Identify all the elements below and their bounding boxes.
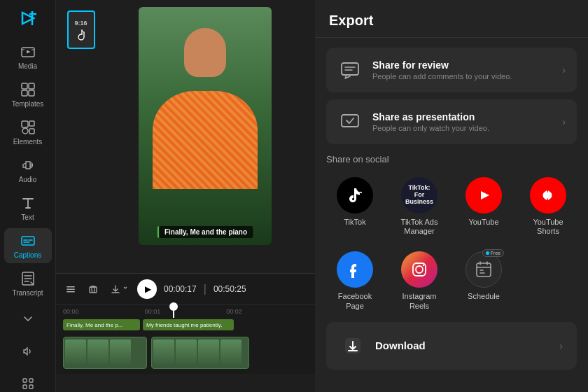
- tiktok-ads-text: TikTok:For Business: [401, 185, 438, 206]
- playhead-dot: [169, 302, 178, 311]
- share-review-title: Share for review: [372, 59, 552, 71]
- main-area: 9:16 Finally, Me and the piano: [56, 0, 315, 392]
- download-button[interactable]: Download ›: [326, 322, 577, 370]
- svg-rect-5: [22, 90, 27, 96]
- sidebar-item-media[interactable]: Media: [4, 39, 52, 74]
- svg-rect-14: [29, 379, 33, 382]
- video-clip-2[interactable]: [151, 337, 249, 369]
- timeline-menu-button[interactable]: [63, 281, 78, 297]
- youtube-icon: [465, 177, 502, 214]
- sidebar-item-captions[interactable]: Captions: [4, 228, 52, 263]
- social-youtube-label: YouTube: [468, 218, 498, 227]
- sidebar-item-label: Audio: [19, 176, 37, 183]
- ruler-marks: 00:00 00:01 00:02: [63, 308, 308, 315]
- svg-rect-4: [29, 83, 34, 89]
- social-schedule-label: Schedule: [468, 292, 500, 301]
- yt-shorts-icon: [530, 177, 566, 214]
- export-panel: Export Share for review People can add c…: [315, 0, 588, 392]
- caption-clip-2-label: My friends taught me patiently.: [146, 322, 222, 328]
- total-duration: 00:50:25: [214, 284, 246, 294]
- social-grid: TikTok TikTok:For Business TikTok AdsMan…: [326, 173, 577, 315]
- aspect-ratio-916[interactable]: 9:16: [67, 10, 95, 49]
- sidebar-item-elements[interactable]: Elements: [4, 115, 52, 150]
- sidebar-item-chevron-down[interactable]: [4, 307, 52, 332]
- free-badge-text: Free: [491, 251, 500, 255]
- sidebar: Media Templates Elements: [0, 0, 56, 392]
- tiktok-icon: [337, 177, 373, 214]
- timeline-download-button[interactable]: [108, 281, 130, 297]
- share-review-icon: [337, 57, 363, 83]
- sidebar-item-transcript[interactable]: Transcript: [4, 266, 52, 301]
- video-person-head: [184, 28, 226, 77]
- sidebar-item-templates[interactable]: Templates: [4, 77, 52, 112]
- chevron-down-icon: [20, 311, 36, 328]
- svg-rect-21: [342, 63, 358, 75]
- timeline-area: ▶ 00:00:17 | 00:50:25 00:00 00:01 00:02 …: [56, 273, 315, 364]
- play-button[interactable]: ▶: [137, 279, 157, 299]
- caption-clip-2[interactable]: My friends taught me patiently.: [143, 319, 234, 330]
- transcript-icon: [20, 270, 36, 287]
- social-yt-shorts[interactable]: YouTubeShorts: [519, 173, 577, 240]
- ruler-mark-1: 00:01: [145, 308, 227, 315]
- social-tiktok-ads[interactable]: TikTok:For Business TikTok AdsManager: [391, 173, 448, 240]
- sidebar-item-label: Transcript: [12, 289, 43, 297]
- video-person-shirt: [153, 91, 258, 189]
- sidebar-item-label: Captions: [14, 251, 41, 259]
- svg-rect-10: [29, 129, 34, 134]
- clip-thumbnail-row: [64, 338, 132, 368]
- social-schedule[interactable]: Free Schedule: [455, 247, 512, 314]
- svg-rect-17: [66, 286, 75, 288]
- social-instagram[interactable]: InstagramReels: [391, 247, 448, 314]
- playhead[interactable]: [173, 305, 174, 318]
- sidebar-item-volume[interactable]: [4, 339, 52, 364]
- sidebar-item-audio[interactable]: Audio: [4, 153, 52, 188]
- svg-rect-6: [29, 90, 34, 96]
- svg-point-9: [22, 128, 28, 134]
- social-tiktok[interactable]: TikTok: [326, 173, 384, 240]
- svg-rect-18: [66, 289, 75, 290]
- social-instagram-label: InstagramReels: [402, 292, 437, 310]
- ruler-mark-0: 00:00: [63, 308, 145, 315]
- download-icon: [340, 333, 365, 358]
- instagram-icon: [401, 251, 438, 288]
- clip-thumb: [88, 340, 108, 366]
- caption-track: Finally, Me and the p... My friends taug…: [56, 318, 315, 332]
- media-icon: [20, 43, 36, 60]
- timeline-delete-button[interactable]: [85, 281, 101, 297]
- share-review-text: Share for review People can add comments…: [372, 59, 552, 80]
- svg-rect-16: [29, 385, 33, 388]
- caption-clip-1[interactable]: Finally, Me and the p...: [63, 319, 140, 330]
- svg-rect-3: [22, 83, 27, 89]
- timeline-controls: ▶ 00:00:17 | 00:50:25: [56, 274, 315, 305]
- sidebar-item-text[interactable]: Text: [4, 190, 52, 225]
- svg-rect-8: [29, 121, 34, 126]
- download-label: Download: [375, 340, 550, 351]
- share-presentation-icon: [337, 109, 363, 134]
- share-presentation-arrow: ›: [562, 116, 566, 127]
- social-section-title: Share on social: [326, 154, 577, 164]
- social-facebook[interactable]: FacebookPage: [326, 247, 384, 314]
- clip-thumb: [198, 340, 219, 366]
- text-icon: [20, 195, 36, 211]
- grid-icon: [20, 375, 36, 392]
- svg-marker-23: [481, 191, 489, 200]
- caption-clip-1-label: Finally, Me and the p...: [66, 322, 122, 328]
- share-presentation-title: Share as presentation: [372, 111, 552, 122]
- svg-rect-11: [22, 237, 34, 245]
- sidebar-item-label: Text: [21, 214, 34, 221]
- sidebar-item-label: Templates: [12, 100, 44, 108]
- sidebar-item-grid[interactable]: [4, 371, 52, 392]
- tiktok-ads-icon: TikTok:For Business: [401, 177, 438, 214]
- video-caption-overlay: Finally, Me and the piano: [157, 226, 253, 238]
- timeline-ruler: 00:00 00:01 00:02: [56, 305, 315, 318]
- play-icon: ▶: [145, 284, 151, 294]
- video-clip-1[interactable]: [63, 337, 147, 369]
- share-presentation-card[interactable]: Share as presentation People can only wa…: [326, 99, 577, 144]
- social-youtube[interactable]: YouTube: [455, 173, 512, 240]
- svg-rect-13: [23, 379, 27, 382]
- share-review-card[interactable]: Share for review People can add comments…: [326, 48, 577, 92]
- tiktok-logo-icon: [75, 28, 88, 41]
- sidebar-item-label: Media: [18, 62, 37, 70]
- clip-thumb: [153, 340, 174, 366]
- elements-icon: [20, 119, 36, 136]
